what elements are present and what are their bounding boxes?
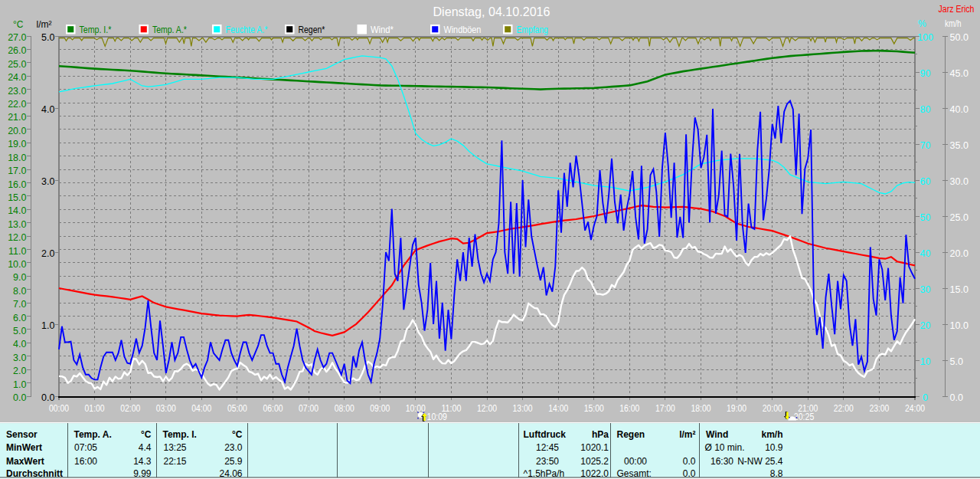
svg-text:50.0: 50.0	[950, 32, 969, 43]
svg-text:23.0: 23.0	[8, 86, 26, 97]
svg-text:13:00: 13:00	[513, 403, 533, 414]
svg-text:03:00: 03:00	[156, 403, 176, 414]
svg-text:01:00: 01:00	[85, 403, 105, 414]
svg-text:16:30: 16:30	[710, 456, 733, 467]
svg-text:90: 90	[920, 68, 931, 79]
svg-text:1.0: 1.0	[13, 379, 26, 390]
svg-text:20:00: 20:00	[763, 403, 782, 414]
svg-text:N-NW 25.4: N-NW 25.4	[737, 456, 783, 467]
svg-text:14:00: 14:00	[548, 403, 568, 414]
svg-text:09:00: 09:00	[370, 403, 390, 414]
svg-text:5.0: 5.0	[950, 356, 963, 367]
svg-text:9.0: 9.0	[13, 272, 26, 283]
svg-text:40: 40	[920, 248, 931, 259]
svg-text:Gesamt:: Gesamt:	[617, 468, 652, 479]
svg-text:12:45: 12:45	[536, 442, 559, 453]
svg-text:°C: °C	[141, 429, 152, 440]
svg-text:1022.0: 1022.0	[580, 468, 609, 479]
svg-text:12:00: 12:00	[477, 403, 497, 414]
svg-text:%: %	[918, 18, 926, 29]
svg-text:14.3: 14.3	[133, 456, 152, 467]
svg-text:20: 20	[920, 320, 931, 331]
svg-text:5.0: 5.0	[41, 32, 54, 43]
svg-text:16:00: 16:00	[619, 403, 639, 414]
svg-text:Wind: Wind	[706, 429, 728, 440]
svg-text:7.0: 7.0	[13, 299, 26, 310]
svg-text:Regen: Regen	[617, 429, 645, 440]
svg-text:km/h: km/h	[945, 18, 962, 29]
svg-text:00:00: 00:00	[624, 456, 647, 467]
svg-text:Jarz Erich: Jarz Erich	[939, 4, 975, 15]
svg-text:20.0: 20.0	[8, 126, 26, 136]
svg-text:16.0: 16.0	[8, 179, 26, 190]
svg-text:40.0: 40.0	[950, 104, 969, 115]
svg-text:25.9: 25.9	[224, 456, 243, 467]
svg-text:25.0: 25.0	[8, 59, 26, 70]
svg-text:15.0: 15.0	[8, 192, 26, 203]
svg-text:0.0: 0.0	[683, 456, 696, 467]
svg-text:4.4: 4.4	[139, 442, 152, 453]
svg-text:25.0: 25.0	[950, 212, 969, 223]
svg-text:Windböen: Windböen	[443, 24, 481, 35]
svg-text:MaxWert: MaxWert	[6, 456, 44, 467]
svg-text:23:50: 23:50	[536, 456, 559, 467]
svg-text:1025.2: 1025.2	[580, 456, 609, 467]
svg-text:45.0: 45.0	[950, 68, 969, 79]
svg-text:10:09: 10:09	[427, 412, 448, 422]
svg-text:2.0: 2.0	[41, 248, 54, 259]
svg-text:1.0: 1.0	[41, 320, 54, 331]
svg-text:22:00: 22:00	[834, 403, 854, 414]
svg-text:35.0: 35.0	[950, 140, 969, 151]
svg-text:08:00: 08:00	[335, 403, 354, 414]
svg-text:Temp. I.: Temp. I.	[163, 429, 197, 440]
svg-text:20.0: 20.0	[950, 248, 969, 259]
svg-text:100: 100	[917, 32, 933, 43]
svg-text:02:00: 02:00	[120, 403, 140, 414]
svg-text:10:00: 10:00	[406, 403, 426, 414]
svg-text:10: 10	[920, 356, 931, 367]
svg-text:hPa: hPa	[592, 429, 609, 440]
svg-text:18:00: 18:00	[691, 403, 711, 414]
svg-text:°C: °C	[232, 429, 243, 440]
svg-text:30: 30	[920, 284, 931, 295]
svg-text:05:00: 05:00	[227, 403, 247, 414]
svg-text:10.9: 10.9	[765, 442, 783, 453]
svg-text:Temp. A.: Temp. A.	[74, 429, 112, 440]
svg-text:°C: °C	[13, 19, 24, 30]
svg-text:Dienstag, 04.10.2016: Dienstag, 04.10.2016	[433, 5, 550, 18]
svg-text:26.0: 26.0	[8, 45, 26, 56]
svg-text:3.0: 3.0	[13, 353, 26, 363]
svg-text:Regen*: Regen*	[298, 24, 325, 35]
svg-text:8.8: 8.8	[770, 468, 783, 479]
svg-text:l/m²: l/m²	[679, 429, 695, 440]
svg-text:Wind*: Wind*	[371, 24, 394, 35]
svg-text:l/m²: l/m²	[37, 19, 52, 30]
svg-text:6.0: 6.0	[13, 313, 26, 323]
svg-text:14.0: 14.0	[8, 205, 26, 216]
svg-text:Feuchte A.*: Feuchte A.*	[225, 24, 267, 35]
svg-text:Ø 10 min.: Ø 10 min.	[705, 442, 745, 453]
svg-text:10.0: 10.0	[950, 320, 969, 331]
svg-text:11.0: 11.0	[8, 246, 26, 257]
svg-text:06:00: 06:00	[263, 403, 283, 414]
svg-text:24.06: 24.06	[219, 468, 242, 479]
svg-text:10.0: 10.0	[8, 259, 26, 270]
svg-text:19.0: 19.0	[8, 139, 26, 149]
svg-text:Sensor: Sensor	[6, 429, 38, 440]
svg-text:80: 80	[920, 104, 931, 115]
svg-text:04:00: 04:00	[191, 403, 211, 414]
svg-text:Temp. A.*: Temp. A.*	[152, 24, 187, 35]
svg-text:^1.5hPa/h: ^1.5hPa/h	[524, 468, 565, 479]
svg-text:Durchschnitt: Durchschnitt	[6, 468, 63, 479]
svg-text:Luftdruck: Luftdruck	[524, 429, 567, 440]
svg-text:4.0: 4.0	[13, 339, 26, 349]
svg-text:km/h: km/h	[761, 429, 782, 440]
svg-text:23:00: 23:00	[869, 403, 889, 414]
svg-text:23.0: 23.0	[224, 442, 243, 453]
svg-text:0.0: 0.0	[683, 468, 696, 479]
svg-text:5.0: 5.0	[13, 326, 26, 336]
svg-text:0.0: 0.0	[950, 392, 963, 403]
svg-text:2.0: 2.0	[13, 366, 26, 376]
svg-text:9.99: 9.99	[133, 468, 152, 479]
svg-text:70: 70	[920, 140, 931, 151]
